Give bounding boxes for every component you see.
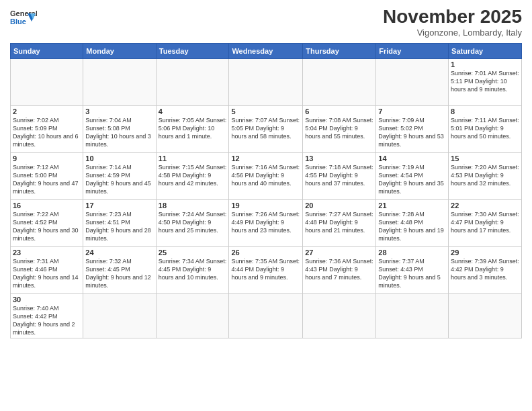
calendar-cell xyxy=(376,293,449,338)
day-info: Sunrise: 7:31 AM Sunset: 4:46 PM Dayligh… xyxy=(13,257,81,290)
calendar-cell: 30Sunrise: 7:40 AM Sunset: 4:42 PM Dayli… xyxy=(11,293,83,338)
calendar-day-header: Saturday xyxy=(449,43,522,58)
calendar-cell: 10Sunrise: 7:14 AM Sunset: 4:59 PM Dayli… xyxy=(83,152,156,199)
calendar-cell xyxy=(303,58,376,105)
calendar-cell: 9Sunrise: 7:12 AM Sunset: 5:00 PM Daylig… xyxy=(11,152,83,199)
calendar-cell: 8Sunrise: 7:11 AM Sunset: 5:01 PM Daylig… xyxy=(449,105,522,152)
calendar: SundayMondayTuesdayWednesdayThursdayFrid… xyxy=(10,43,522,339)
calendar-day-header: Tuesday xyxy=(156,43,229,58)
calendar-cell: 24Sunrise: 7:32 AM Sunset: 4:45 PM Dayli… xyxy=(83,246,156,293)
day-number: 5 xyxy=(231,107,300,116)
day-number: 2 xyxy=(13,107,81,116)
day-number: 27 xyxy=(305,248,373,257)
day-number: 1 xyxy=(451,60,519,68)
day-number: 15 xyxy=(451,154,519,163)
generalblue-logo-icon: General Blue xyxy=(10,7,37,32)
calendar-cell: 4Sunrise: 7:05 AM Sunset: 5:06 PM Daylig… xyxy=(156,105,229,152)
calendar-cell: 21Sunrise: 7:28 AM Sunset: 4:48 PM Dayli… xyxy=(376,199,449,246)
day-info: Sunrise: 7:05 AM Sunset: 5:06 PM Dayligh… xyxy=(159,116,227,140)
day-number: 10 xyxy=(85,154,153,163)
calendar-cell: 19Sunrise: 7:26 AM Sunset: 4:49 PM Dayli… xyxy=(229,199,303,246)
day-info: Sunrise: 7:36 AM Sunset: 4:43 PM Dayligh… xyxy=(305,257,373,281)
month-title: November 2025 xyxy=(383,7,522,28)
day-info: Sunrise: 7:19 AM Sunset: 4:54 PM Dayligh… xyxy=(378,163,446,196)
calendar-cell: 23Sunrise: 7:31 AM Sunset: 4:46 PM Dayli… xyxy=(11,246,83,293)
day-info: Sunrise: 7:30 AM Sunset: 4:47 PM Dayligh… xyxy=(451,210,519,234)
day-info: Sunrise: 7:22 AM Sunset: 4:52 PM Dayligh… xyxy=(13,210,81,243)
day-info: Sunrise: 7:11 AM Sunset: 5:01 PM Dayligh… xyxy=(451,116,519,140)
calendar-cell: 29Sunrise: 7:39 AM Sunset: 4:42 PM Dayli… xyxy=(449,246,522,293)
calendar-cell xyxy=(156,58,229,105)
calendar-cell: 7Sunrise: 7:09 AM Sunset: 5:02 PM Daylig… xyxy=(376,105,449,152)
calendar-header-row: SundayMondayTuesdayWednesdayThursdayFrid… xyxy=(11,43,522,58)
day-number: 13 xyxy=(305,154,373,163)
calendar-cell: 3Sunrise: 7:04 AM Sunset: 5:08 PM Daylig… xyxy=(83,105,156,152)
day-number: 25 xyxy=(159,248,227,257)
day-info: Sunrise: 7:34 AM Sunset: 4:45 PM Dayligh… xyxy=(159,257,227,281)
calendar-cell: 27Sunrise: 7:36 AM Sunset: 4:43 PM Dayli… xyxy=(303,246,376,293)
day-info: Sunrise: 7:16 AM Sunset: 4:56 PM Dayligh… xyxy=(231,163,300,187)
calendar-cell xyxy=(229,293,303,338)
calendar-day-header: Sunday xyxy=(11,43,83,58)
calendar-cell: 16Sunrise: 7:22 AM Sunset: 4:52 PM Dayli… xyxy=(11,199,83,246)
page: General Blue November 2025 Vigonzone, Lo… xyxy=(0,0,532,411)
calendar-cell: 1Sunrise: 7:01 AM Sunset: 5:11 PM Daylig… xyxy=(449,58,522,105)
day-info: Sunrise: 7:09 AM Sunset: 5:02 PM Dayligh… xyxy=(378,116,446,149)
day-info: Sunrise: 7:37 AM Sunset: 4:43 PM Dayligh… xyxy=(378,257,446,290)
day-number: 11 xyxy=(159,154,227,163)
day-number: 6 xyxy=(305,107,373,116)
day-number: 29 xyxy=(451,248,519,257)
day-number: 21 xyxy=(378,201,446,210)
day-number: 26 xyxy=(231,248,300,257)
calendar-week-row: 16Sunrise: 7:22 AM Sunset: 4:52 PM Dayli… xyxy=(11,199,522,246)
svg-text:Blue: Blue xyxy=(10,17,26,26)
day-info: Sunrise: 7:15 AM Sunset: 4:58 PM Dayligh… xyxy=(159,163,227,187)
calendar-cell xyxy=(229,58,303,105)
calendar-week-row: 30Sunrise: 7:40 AM Sunset: 4:42 PM Dayli… xyxy=(11,293,522,338)
calendar-week-row: 1Sunrise: 7:01 AM Sunset: 5:11 PM Daylig… xyxy=(11,58,522,105)
day-number: 7 xyxy=(378,107,446,116)
calendar-week-row: 23Sunrise: 7:31 AM Sunset: 4:46 PM Dayli… xyxy=(11,246,522,293)
calendar-cell xyxy=(11,58,83,105)
calendar-day-header: Thursday xyxy=(303,43,376,58)
calendar-cell xyxy=(83,58,156,105)
day-info: Sunrise: 7:28 AM Sunset: 4:48 PM Dayligh… xyxy=(378,210,446,243)
day-info: Sunrise: 7:32 AM Sunset: 4:45 PM Dayligh… xyxy=(85,257,153,290)
calendar-cell: 22Sunrise: 7:30 AM Sunset: 4:47 PM Dayli… xyxy=(449,199,522,246)
day-info: Sunrise: 7:23 AM Sunset: 4:51 PM Dayligh… xyxy=(85,210,153,243)
calendar-cell: 15Sunrise: 7:20 AM Sunset: 4:53 PM Dayli… xyxy=(449,152,522,199)
calendar-cell: 28Sunrise: 7:37 AM Sunset: 4:43 PM Dayli… xyxy=(376,246,449,293)
day-number: 16 xyxy=(13,201,81,210)
calendar-cell xyxy=(83,293,156,338)
calendar-cell: 6Sunrise: 7:08 AM Sunset: 5:04 PM Daylig… xyxy=(303,105,376,152)
day-number: 24 xyxy=(85,248,153,257)
calendar-day-header: Monday xyxy=(83,43,156,58)
day-number: 14 xyxy=(378,154,446,163)
calendar-day-header: Wednesday xyxy=(229,43,303,58)
calendar-cell: 20Sunrise: 7:27 AM Sunset: 4:48 PM Dayli… xyxy=(303,199,376,246)
day-number: 23 xyxy=(13,248,81,257)
calendar-cell: 2Sunrise: 7:02 AM Sunset: 5:09 PM Daylig… xyxy=(11,105,83,152)
calendar-cell xyxy=(303,293,376,338)
day-info: Sunrise: 7:01 AM Sunset: 5:11 PM Dayligh… xyxy=(451,69,519,93)
logo: General Blue xyxy=(10,7,37,32)
day-info: Sunrise: 7:14 AM Sunset: 4:59 PM Dayligh… xyxy=(85,163,153,196)
day-info: Sunrise: 7:40 AM Sunset: 4:42 PM Dayligh… xyxy=(13,304,81,337)
day-info: Sunrise: 7:04 AM Sunset: 5:08 PM Dayligh… xyxy=(85,116,153,149)
day-number: 4 xyxy=(159,107,227,116)
day-info: Sunrise: 7:20 AM Sunset: 4:53 PM Dayligh… xyxy=(451,163,519,187)
day-info: Sunrise: 7:35 AM Sunset: 4:44 PM Dayligh… xyxy=(231,257,300,281)
calendar-cell: 18Sunrise: 7:24 AM Sunset: 4:50 PM Dayli… xyxy=(156,199,229,246)
day-info: Sunrise: 7:39 AM Sunset: 4:42 PM Dayligh… xyxy=(451,257,519,281)
day-number: 8 xyxy=(451,107,519,116)
calendar-week-row: 9Sunrise: 7:12 AM Sunset: 5:00 PM Daylig… xyxy=(11,152,522,199)
day-number: 28 xyxy=(378,248,446,257)
header: General Blue November 2025 Vigonzone, Lo… xyxy=(10,7,522,38)
calendar-cell: 25Sunrise: 7:34 AM Sunset: 4:45 PM Dayli… xyxy=(156,246,229,293)
day-number: 3 xyxy=(85,107,153,116)
calendar-cell: 17Sunrise: 7:23 AM Sunset: 4:51 PM Dayli… xyxy=(83,199,156,246)
day-number: 22 xyxy=(451,201,519,210)
day-number: 19 xyxy=(231,201,300,210)
calendar-cell: 12Sunrise: 7:16 AM Sunset: 4:56 PM Dayli… xyxy=(229,152,303,199)
day-number: 9 xyxy=(13,154,81,163)
